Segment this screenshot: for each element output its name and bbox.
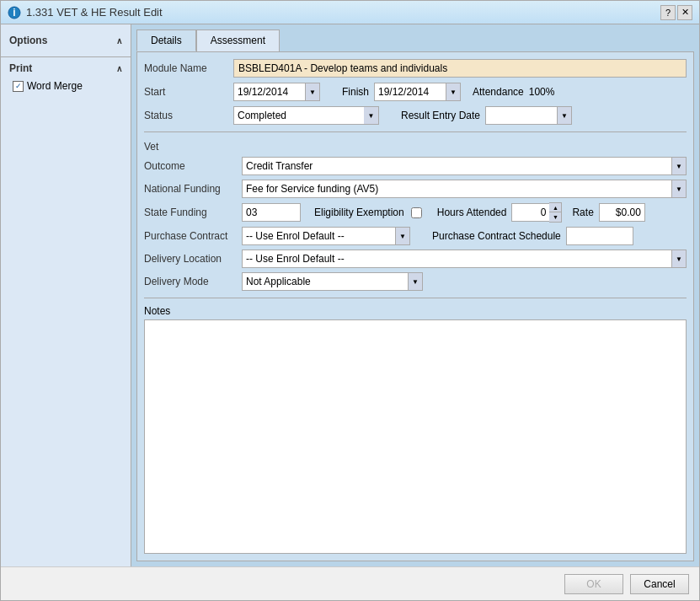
tab-assessment[interactable]: Assessment: [196, 30, 280, 51]
purchase-contract-dropdown-button[interactable]: ▼: [395, 227, 410, 245]
options-section: Options ∧: [1, 31, 131, 50]
attendance-value: 100%: [529, 86, 555, 98]
state-funding-input[interactable]: [242, 203, 301, 222]
delivery-mode-row: Delivery Mode ▼: [144, 272, 687, 291]
start-label: Start: [144, 86, 228, 98]
eligibility-exemption-label: Eligibility Exemption: [314, 207, 404, 218]
print-section: Print ∧ ✓ Word Merge: [1, 59, 131, 94]
title-bar: i 1.331 VET & HE Result Edit ? ✕: [1, 1, 699, 24]
result-date-button[interactable]: ▼: [557, 106, 572, 125]
result-entry-date-label: Result Entry Date: [401, 110, 480, 121]
finish-date-input[interactable]: [374, 83, 446, 101]
delivery-mode-dropdown: ▼: [242, 272, 423, 291]
options-label: Options: [9, 35, 47, 46]
close-button[interactable]: ✕: [677, 5, 692, 20]
print-chevron: ∧: [116, 64, 122, 73]
purchase-contract-schedule-label: Purchase Contract Schedule: [432, 230, 561, 242]
module-name-row: Module Name BSBLED401A - Develop teams a…: [144, 59, 687, 78]
cancel-button[interactable]: Cancel: [630, 574, 689, 594]
notes-section: Notes: [144, 305, 687, 554]
purchase-contract-schedule-input[interactable]: [566, 227, 633, 245]
finish-label: Finish: [342, 86, 369, 98]
outcome-dropdown: ▼: [242, 157, 687, 175]
word-merge-label: Word Merge: [27, 80, 83, 92]
status-input[interactable]: [233, 106, 364, 125]
footer: OK Cancel: [1, 566, 699, 600]
national-funding-dropdown-button[interactable]: ▼: [671, 180, 687, 198]
finish-date-button[interactable]: ▼: [446, 83, 461, 101]
start-date-wrapper: ▼: [233, 83, 320, 101]
hours-attended-wrapper: ▲ ▼: [511, 202, 562, 223]
state-funding-label: State Funding: [144, 207, 237, 218]
national-funding-dropdown: ▼: [242, 180, 687, 198]
delivery-mode-label: Delivery Mode: [144, 276, 237, 287]
hours-attended-label: Hours Attended: [437, 207, 507, 218]
eligibility-exemption-checkbox[interactable]: [411, 207, 422, 218]
hours-up-button[interactable]: ▲: [549, 203, 561, 212]
print-header[interactable]: Print ∧: [1, 59, 131, 78]
start-finish-row: Start ▼ Finish ▼ Attendance 100%: [144, 83, 687, 101]
delivery-location-input[interactable]: [242, 250, 671, 268]
start-date-input[interactable]: [233, 83, 305, 101]
window-icon: i: [8, 6, 21, 19]
hours-down-button[interactable]: ▼: [549, 212, 561, 222]
window-title: 1.331 VET & HE Result Edit: [26, 6, 163, 19]
word-merge-checkbox[interactable]: ✓: [13, 81, 24, 92]
purchase-contract-input[interactable]: [242, 227, 395, 245]
module-name-label: Module Name: [144, 62, 228, 74]
national-funding-row: National Funding ▼: [144, 180, 687, 198]
start-date-button[interactable]: ▼: [305, 83, 320, 101]
hours-spinner: ▲ ▼: [549, 202, 562, 223]
main-area: Details Assessment Module Name BSBLED401…: [131, 24, 699, 566]
outcome-row: Outcome ▼: [144, 157, 687, 175]
form-panel: Module Name BSBLED401A - Develop teams a…: [136, 51, 694, 561]
purchase-contract-dropdown: ▼: [242, 227, 410, 245]
rate-input[interactable]: [599, 203, 645, 222]
outcome-dropdown-button[interactable]: ▼: [671, 157, 687, 175]
ok-button[interactable]: OK: [564, 574, 623, 594]
vet-divider: [144, 131, 687, 132]
rate-label: Rate: [572, 207, 593, 218]
outcome-input[interactable]: [242, 157, 671, 175]
svg-text:i: i: [13, 7, 15, 19]
tabs: Details Assessment: [136, 30, 694, 51]
status-dropdown-button[interactable]: ▼: [364, 106, 379, 125]
delivery-location-dropdown-button[interactable]: ▼: [671, 250, 687, 268]
delivery-mode-dropdown-button[interactable]: ▼: [408, 272, 423, 291]
delivery-location-row: Delivery Location ▼: [144, 250, 687, 268]
notes-label: Notes: [144, 305, 687, 317]
options-header[interactable]: Options ∧: [1, 31, 131, 50]
options-chevron: ∧: [116, 36, 122, 46]
result-date-input[interactable]: [485, 106, 557, 125]
word-merge-item[interactable]: ✓ Word Merge: [1, 78, 131, 94]
module-name-field: BSBLED401A - Develop teams and individua…: [233, 59, 687, 78]
purchase-contract-label: Purchase Contract: [144, 230, 237, 242]
delivery-mode-input[interactable]: [242, 272, 408, 291]
national-funding-input[interactable]: [242, 180, 671, 198]
vet-section: Vet Outcome ▼ National Funding: [144, 139, 687, 291]
delivery-location-label: Delivery Location: [144, 253, 237, 265]
result-date-wrapper: ▼: [485, 106, 572, 125]
finish-date-wrapper: ▼: [374, 83, 461, 101]
vet-section-title: Vet: [144, 141, 687, 153]
delivery-location-dropdown: ▼: [242, 250, 687, 268]
outcome-label: Outcome: [144, 160, 237, 172]
notes-textarea[interactable]: [144, 319, 687, 554]
status-label: Status: [144, 110, 228, 121]
national-funding-label: National Funding: [144, 183, 237, 195]
sidebar: Options ∧ Print ∧ ✓ Word Merge: [1, 24, 131, 566]
attendance-label: Attendance: [473, 86, 524, 98]
hours-attended-input[interactable]: [511, 203, 549, 222]
print-label: Print: [9, 62, 32, 74]
status-row: Status ▼ Result Entry Date ▼: [144, 106, 687, 125]
state-funding-row: State Funding Eligibility Exemption Hour…: [144, 202, 687, 223]
help-button[interactable]: ?: [660, 5, 676, 20]
purchase-contract-row: Purchase Contract ▼ Purchase Contract Sc…: [144, 227, 687, 245]
notes-divider: [144, 298, 687, 298]
tab-details[interactable]: Details: [136, 30, 196, 51]
status-wrapper: ▼: [233, 106, 379, 125]
window: i 1.331 VET & HE Result Edit ? ✕ Options…: [0, 0, 700, 601]
